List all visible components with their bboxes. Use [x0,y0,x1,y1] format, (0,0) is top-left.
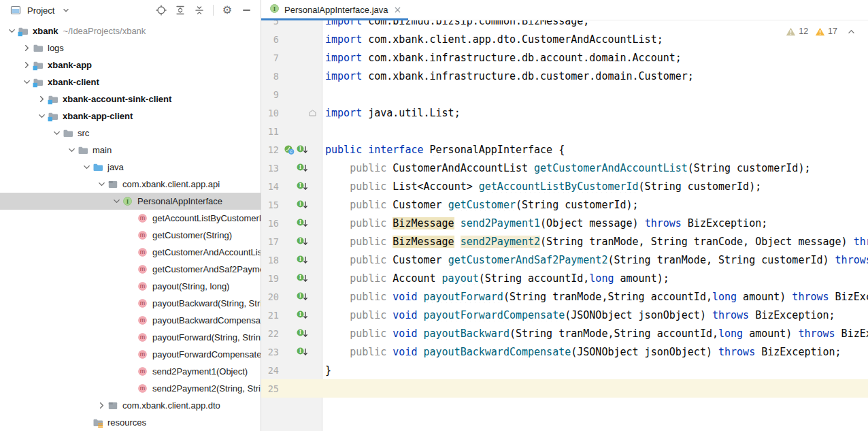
fold-marker-icon[interactable] [309,110,316,116]
tree-item-getaccountlistbycustomerid-string[interactable]: mgetAccountListByCustomerId(String) [0,210,261,227]
tree-chevron-right-icon[interactable] [95,400,107,411]
code-token: payoutBackward [424,328,510,340]
tree-item-label: payoutBackwardCompensate(JSONObject) [152,315,261,325]
code-line-13[interactable]: 13I public CustomerAndAccountList getCus… [261,159,868,177]
code-token: } [325,364,331,377]
implemented-marker-icon[interactable]: I [297,181,308,191]
tree-item-personalappinterface[interactable]: IPersonalAppInterface [0,193,261,210]
code-line-7[interactable]: 7import com.xbank.infrastructure.db.acco… [261,48,868,67]
tree-item-send2payment1-object[interactable]: msend2Payment1(Object) [0,363,261,380]
tree-item-payout-string-long[interactable]: mpayout(String, long) [0,278,261,295]
implemented-marker-icon[interactable]: I [297,291,308,302]
tree-chevron-down-icon[interactable] [65,145,78,155]
line-number: 11 [261,126,279,137]
tree-item-logs[interactable]: logs [0,39,261,57]
tree-chevron-right-icon[interactable] [20,60,33,70]
tree-item-label: send2Payment2(String, String, Object) [152,383,261,394]
code-line-23[interactable]: 23I public void payoutBackwardCompensate… [261,342,868,361]
code-line-21[interactable]: 21I public void payoutForwardCompensate(… [261,306,868,324]
implemented-marker-icon[interactable]: I [297,144,308,155]
select-opened-file-icon[interactable] [154,3,169,18]
code-line-14[interactable]: 14I public List<Account> getAccountListB… [261,177,868,195]
collapse-all-icon[interactable] [192,3,207,18]
line-number: 12 [261,144,279,155]
tree-chevron-down-icon[interactable] [80,162,93,172]
tree-item-xbank[interactable]: xbank~/IdeaProjects/xbank [0,22,261,39]
chevron-up-icon[interactable] [847,28,856,35]
code-line-18[interactable]: 18I public Customer getCustomerAndSaf2Pa… [261,251,868,269]
method-icon: m [137,349,151,360]
code-editor[interactable]: 12 17 5import com.bizmud.bizsip.common.B… [261,20,868,431]
implemented-marker-icon[interactable]: I [297,163,308,173]
code-line-22[interactable]: 22I public void payoutBackward(String tr… [261,324,868,342]
tree-item-payoutbackwardcompensate-jsonobject[interactable]: mpayoutBackwardCompensate(JSONObject) [0,312,261,329]
tree-item-label: xbank-app-client [63,111,133,121]
tree-item-getcustomerandsaf2payment2-string-string[interactable]: mgetCustomerAndSaf2Payment2(String, Stri… [0,261,261,278]
spring-bean-icon[interactable]: c [284,144,295,155]
warning-indicator[interactable]: 17 [815,27,837,36]
chevron-down-icon[interactable] [59,3,73,18]
tree-item-xbank-app-client[interactable]: xbank-app-client [0,108,261,125]
svg-text:m: m [140,214,145,221]
code-token: BizException; [755,346,841,358]
code-line-20[interactable]: 20I public void payoutForward(String tra… [261,287,868,306]
implemented-marker-icon[interactable]: I [297,328,308,338]
tree-chevron-down-icon[interactable] [20,77,33,87]
tree-item-payoutforwardcompensate-jsonobject[interactable]: mpayoutForwardCompensate(JSONObject) [0,346,261,363]
tree-item-xbank-app[interactable]: xbank-app [0,57,261,74]
implemented-marker-icon[interactable]: I [297,236,308,246]
tree-chevron-down-icon[interactable] [5,26,18,36]
code-token [325,254,350,266]
code-token: CustomerAndAccountList [386,162,534,174]
hide-panel-icon[interactable] [239,3,254,18]
code-line-6[interactable]: 6import com.xbank.client.app.dto.Custome… [261,30,868,48]
tree-item-label: getCustomerAndSaf2Payment2(String, Strin… [152,264,261,274]
tree-chevron-right-icon[interactable] [20,43,33,53]
code-line-11[interactable]: 11 [261,122,868,140]
settings-gear-icon[interactable]: ⚙ [220,3,235,18]
tree-chevron-down-icon[interactable] [95,179,107,189]
code-line-8[interactable]: 8import com.xbank.infrastructure.db.cust… [261,67,868,85]
implemented-marker-icon[interactable]: I [297,199,308,210]
tree-chevron-down-icon[interactable] [35,111,48,121]
tree-item-com-xbank-client-app-dto[interactable]: com.xbank.client.app.dto [0,397,261,414]
tree-item-getcustomerandaccountlist-string[interactable]: mgetCustomerAndAccountList(String) [0,244,261,261]
tab-personalappinterface[interactable]: I PersonalAppInterface.java [261,0,408,20]
implemented-marker-icon[interactable]: I [297,310,308,320]
tree-item-label: getAccountListByCustomerId(String) [152,213,261,223]
code-line-16[interactable]: 16I public BizMessage send2Payment1(Obje… [261,214,868,232]
line-number: 18 [261,255,279,266]
tab-close-icon[interactable] [394,6,401,14]
tree-item-main[interactable]: main [0,142,261,159]
tree-item-send2payment2-string-string-object[interactable]: msend2Payment2(String, String, Object) [0,380,261,397]
code-line-12[interactable]: 12cIpublic interface PersonalAppInterfac… [261,140,868,159]
code-line-24[interactable]: 24} [261,361,868,379]
code-line-10[interactable]: 10import java.util.List; [261,103,868,122]
code-line-5[interactable]: 5import com.bizmud.bizsip.common.BizMess… [261,20,868,30]
tree-item-xbank-account-sink-client[interactable]: xbank-account-sink-client [0,91,261,108]
tree-chevron-down-icon[interactable] [50,128,63,138]
editor-area: I PersonalAppInterface.java 12 17 [261,0,868,431]
implemented-marker-icon[interactable]: I [297,273,308,283]
folder-icon [63,128,76,139]
tree-item-com-xbank-client-app-api[interactable]: com.xbank.client.app.api [0,176,261,193]
implemented-marker-icon[interactable]: I [297,218,308,228]
tree-item-payoutbackward-string-string-long[interactable]: mpayoutBackward(String, String, long) [0,295,261,312]
tree-item-xbank-client[interactable]: xbank-client [0,74,261,91]
tree-item-src[interactable]: src [0,125,261,142]
weak-warning-indicator[interactable]: 12 [786,27,808,36]
code-line-9[interactable]: 9 [261,85,868,103]
tree-item-getcustomer-string[interactable]: mgetCustomer(String) [0,227,261,244]
tree-item-resources[interactable]: resources [0,414,261,431]
tree-item-java[interactable]: java [0,159,261,176]
tree-chevron-down-icon[interactable] [110,196,122,206]
code-line-25[interactable]: 25 [261,379,868,398]
code-line-15[interactable]: 15I public Customer getCustomer(String c… [261,195,868,214]
tree-chevron-right-icon[interactable] [35,94,48,104]
implemented-marker-icon[interactable]: I [297,255,308,265]
tree-item-payoutforward-string-string-long[interactable]: mpayoutForward(String, String, long) [0,329,261,346]
expand-all-icon[interactable] [173,3,188,18]
implemented-marker-icon[interactable]: I [297,347,308,357]
code-line-19[interactable]: 19I public Account payout(String account… [261,269,868,287]
code-line-17[interactable]: 17I public BizMessage send2Payment2(Stri… [261,232,868,251]
